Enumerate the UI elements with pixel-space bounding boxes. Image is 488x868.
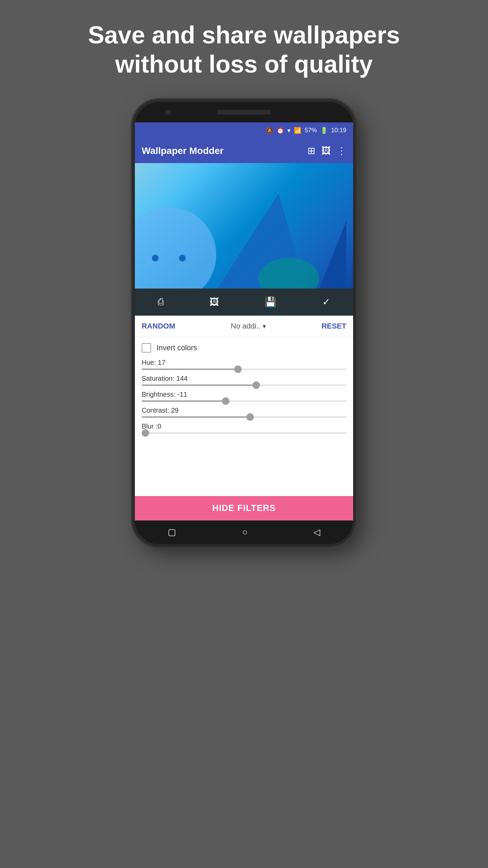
saturation-slider-row: Saturation: 144 bbox=[142, 375, 346, 386]
wallpaper-circle-shape bbox=[135, 207, 216, 289]
status-bar: 🔕 ⏰ ▾ 📶 57% 🔋 10:19 bbox=[135, 122, 353, 139]
image-icon[interactable]: 🖼 bbox=[321, 145, 331, 156]
battery-icon: 🔋 bbox=[320, 127, 328, 134]
brightness-fill bbox=[142, 400, 226, 402]
headline-line2: without loss of quality bbox=[115, 51, 373, 78]
saturation-thumb[interactable] bbox=[252, 381, 260, 389]
nav-square-button[interactable]: ▢ bbox=[168, 527, 176, 537]
photo-button[interactable]: 🖼 bbox=[209, 296, 219, 308]
sliders-area: Hue: 17 Saturation: 144 Brig bbox=[135, 359, 353, 496]
hue-fill bbox=[142, 369, 238, 370]
hue-track[interactable] bbox=[142, 369, 346, 370]
phone-bottom-bar: ▢ ○ ◁ bbox=[135, 520, 353, 544]
random-button[interactable]: RANDOM bbox=[142, 322, 175, 331]
contrast-thumb[interactable] bbox=[246, 413, 254, 421]
brightness-slider-row: Brightness: -11 bbox=[142, 391, 346, 402]
saturation-label: Saturation: 144 bbox=[142, 375, 346, 382]
camera-dot bbox=[165, 110, 171, 115]
invert-colors-label: Invert colors bbox=[157, 343, 197, 352]
phone-side-button bbox=[354, 204, 356, 224]
brightness-label: Brightness: -11 bbox=[142, 391, 346, 398]
phone-frame: 🔕 ⏰ ▾ 📶 57% 🔋 10:19 Wallpaper Modder ⊞ 🖼… bbox=[132, 99, 356, 547]
app-title: Wallpaper Modder bbox=[142, 145, 307, 156]
hide-filters-label: HIDE FILTERS bbox=[212, 503, 276, 513]
mute-icon: 🔕 bbox=[266, 127, 273, 134]
blur-thumb[interactable] bbox=[142, 429, 149, 437]
chevron-down-icon: ▾ bbox=[263, 322, 266, 330]
brightness-track[interactable] bbox=[142, 400, 346, 402]
invert-colors-row: Invert colors bbox=[135, 337, 353, 359]
signal-icon: 📶 bbox=[294, 127, 301, 134]
nav-home-button[interactable]: ○ bbox=[242, 527, 248, 537]
status-icons: 🔕 ⏰ ▾ 📶 57% 🔋 10:19 bbox=[266, 127, 346, 134]
dropdown-label: No addi.. bbox=[231, 322, 261, 331]
wifi-icon: ▾ bbox=[287, 127, 290, 134]
dropdown-container[interactable]: No addi.. ▾ bbox=[231, 322, 266, 331]
app-bar-actions: ⊞ 🖼 ⋮ bbox=[307, 145, 346, 156]
alarm-icon: ⏰ bbox=[277, 127, 284, 134]
battery-level: 57% bbox=[305, 127, 317, 134]
speaker-bar bbox=[217, 110, 271, 115]
filter-panel: RANDOM No addi.. ▾ RESET Invert colors H… bbox=[135, 316, 353, 520]
hide-filters-button[interactable]: HIDE FILTERS bbox=[135, 496, 353, 520]
phone-screen: 🔕 ⏰ ▾ 📶 57% 🔋 10:19 Wallpaper Modder ⊞ 🖼… bbox=[135, 122, 353, 520]
invert-colors-checkbox[interactable] bbox=[142, 343, 151, 353]
wallpaper-dots bbox=[152, 255, 186, 261]
contrast-track[interactable] bbox=[142, 416, 346, 418]
more-icon[interactable]: ⋮ bbox=[337, 145, 346, 156]
headline-line1: Save and share wallpapers bbox=[88, 21, 400, 48]
phone-top-bar bbox=[135, 102, 353, 122]
saturation-track[interactable] bbox=[142, 384, 346, 386]
wallpaper-triangle-shape-2 bbox=[319, 221, 346, 289]
clock: 10:19 bbox=[331, 127, 346, 134]
blur-slider-row: Blur :0 bbox=[142, 422, 346, 434]
confirm-button[interactable]: ✓ bbox=[322, 296, 330, 308]
action-row: ⎙ 🖼 💾 ✓ bbox=[135, 289, 353, 316]
wallpaper-dot-1 bbox=[152, 255, 159, 261]
contrast-slider-row: Contrast: 29 bbox=[142, 407, 346, 418]
gallery-icon[interactable]: ⊞ bbox=[307, 145, 315, 156]
nav-back-button[interactable]: ◁ bbox=[313, 527, 320, 537]
brightness-thumb[interactable] bbox=[222, 397, 229, 405]
headline: Save and share wallpapers without loss o… bbox=[68, 20, 420, 79]
wallpaper-preview bbox=[135, 163, 353, 289]
saturation-fill bbox=[142, 384, 256, 386]
contrast-fill bbox=[142, 416, 250, 418]
reset-button[interactable]: RESET bbox=[322, 322, 346, 331]
hue-label: Hue: 17 bbox=[142, 359, 346, 367]
hue-slider-row: Hue: 17 bbox=[142, 359, 346, 370]
app-bar: Wallpaper Modder ⊞ 🖼 ⋮ bbox=[135, 139, 353, 163]
filter-top-row: RANDOM No addi.. ▾ RESET bbox=[135, 316, 353, 337]
save-button[interactable]: 💾 bbox=[265, 296, 277, 308]
share-button[interactable]: ⎙ bbox=[158, 296, 164, 307]
wallpaper-dot-2 bbox=[179, 255, 186, 261]
hue-thumb[interactable] bbox=[234, 366, 242, 373]
contrast-label: Contrast: 29 bbox=[142, 407, 346, 414]
blur-label: Blur :0 bbox=[142, 422, 346, 430]
blur-track[interactable] bbox=[142, 432, 346, 434]
